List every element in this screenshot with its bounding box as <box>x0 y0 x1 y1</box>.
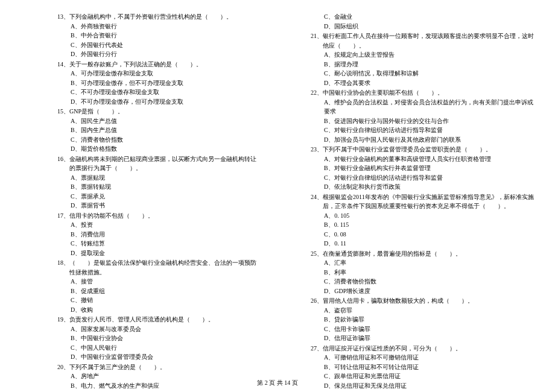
option-b: B、贷款诈骗罪 <box>324 315 537 324</box>
question-15: 15、GNP是指（ ）。 A、国民生产总值 B、国内生产总值 C、消费者物价指数… <box>57 107 259 154</box>
option-b: B、促进国内银行业与国外银行业的交往与合作 <box>324 116 537 126</box>
question-17: 17、信用卡的功能不包括（ ）。 A、投资 B、消费信用 C、转账结算 D、提取… <box>57 211 259 258</box>
option-d: D、不理会其要求 <box>324 78 537 88</box>
option-c: C、外国银行代表处 <box>71 40 259 50</box>
question-14: 14、关于一般存款账户，下列说法正确的是（ ）。 A、可办理现金缴存和现金支取 … <box>57 60 259 107</box>
option-c: C、0. 08 <box>324 230 537 239</box>
option-c: C、撤销 <box>71 296 259 305</box>
page-footer: 第 2 页 共 14 页 <box>0 379 555 387</box>
option-d: D、加强会员与中国人民银行及其他政府部门的联系 <box>324 135 537 145</box>
question-title: 15、GNP是指（ ）。 <box>57 107 259 116</box>
option-b: B、据理办理 <box>324 60 537 69</box>
question-options: A、外商独资银行 B、中外合资银行 C、外国银行代表处 D、外国银行分行 <box>57 22 259 59</box>
option-b: B、国内生产总值 <box>71 125 259 135</box>
option-c: C、转账结算 <box>71 239 259 248</box>
question-options: C、金融业 D、国际组织 <box>311 12 537 31</box>
question-title: 22、中国银行业协会的主要职能不包括（ ）。 <box>311 88 537 98</box>
option-a: A、投资 <box>71 220 259 230</box>
question-options: A、可办理现金缴存和现金支取 B、可办理现金缴存，但不可办理现金支取 C、不可办… <box>57 69 259 106</box>
question-21: 21、银行柜面工作人员在接待一位顾客时，发现该顾客提出的要求明显不合理，这时他应… <box>311 31 537 87</box>
option-c: C、对银行业自律组织的活动进行指导和监督 <box>324 125 537 135</box>
option-d: D、国际组织 <box>324 22 537 31</box>
option-d: D、收购 <box>71 305 259 315</box>
option-c: C、耐心说明情况，取得理解和谅解 <box>324 69 537 78</box>
question-options: A、国民生产总值 B、国内生产总值 C、消费者物价指数 D、期货价格指数 <box>57 116 259 154</box>
option-b: B、利率 <box>324 268 537 277</box>
option-d: D、期货价格指数 <box>71 144 259 154</box>
option-a: A、可撤销信用证和不可撤销信用证 <box>324 353 537 362</box>
option-a: A、可办理现金缴存和现金支取 <box>71 69 259 78</box>
option-c: C、对银行业自律组织的活动进行指导和监督 <box>324 173 537 183</box>
question-title: 23、下列不属于中国银行业监督管理委员会监管职责的是（ ）。 <box>311 145 537 154</box>
option-d: D、外国银行分行 <box>71 49 259 59</box>
option-d: D、票据背书 <box>71 201 259 210</box>
option-c: C、票据承兑 <box>71 192 259 201</box>
option-b: B、促成重组 <box>71 286 259 296</box>
question-title: 27、信用证按开证行保证性质的不同，可分为（ ）。 <box>311 344 537 353</box>
option-a: A、国民生产总值 <box>71 116 259 126</box>
question-options: A、0. 105 B、0. 115 C、0. 08 D、0. 11 <box>311 211 537 248</box>
question-23: 23、下列不属于中国银行业监督管理委员会监管职责的是（ ）。 A、对银行业金融机… <box>311 145 537 192</box>
question-title: 21、银行柜面工作人员在接待一位顾客时，发现该顾客提出的要求明显不合理，这时他应… <box>311 31 537 50</box>
option-c: C、消费者物价指数 <box>324 277 537 286</box>
option-c: C、中国人民银行 <box>71 343 259 353</box>
question-title: 25、在衡量通货膨胀时，最普遍使用的指标是（ ）。 <box>311 249 537 259</box>
option-a: A、对银行业金融机构的董事和高级管理人员实行任职资格管理 <box>324 154 537 164</box>
option-d: D、0. 11 <box>324 239 537 248</box>
question-options: A、国家发展与改革委员会 B、中国银行业协会 C、中国人民银行 D、中国银行业监… <box>57 324 259 362</box>
option-b: B、中国银行业协会 <box>71 334 259 343</box>
question-options: A、票据贴现 B、票据转贴现 C、票据承兑 D、票据背书 <box>57 173 259 210</box>
question-title: 26、冒用他人信用卡，骗取财物数额较大的，构成（ ）。 <box>311 296 537 306</box>
question-20-cont: C、金融业 D、国际组织 <box>311 12 537 31</box>
option-a: A、0. 105 <box>324 211 537 221</box>
option-c: C、不可办理现金缴存和现金支取 <box>71 87 259 97</box>
option-a: A、外商独资银行 <box>71 22 259 31</box>
question-options: A、对银行业金融机构的董事和高级管理人员实行任职资格管理 B、对银行业金融机构实… <box>311 154 537 192</box>
question-title: 20、下列不属于第三产业的是（ ）。 <box>57 362 259 372</box>
question-options: A、维护会员的合法权益，对侵害会员合法权益的行为，向有关部门提出申诉或要求 B、… <box>311 98 537 145</box>
question-13: 13、下列金融机构中，不属于外资银行营业性机构的是（ ）。 A、外商独资银行 B… <box>57 12 259 59</box>
question-title: 18、（ ）是银监会依法保护银行业金融机构经营安全、合法的一项预防性拯救措施。 <box>57 258 259 277</box>
question-title: 24、根据银监会2011年发布的《中国银行业实施新监管标准指导意见》，新标准实施… <box>311 192 537 211</box>
question-options: A、按规定向上级主管报告 B、据理办理 C、耐心说明情况，取得理解和谅解 D、不… <box>311 50 537 87</box>
option-a: A、维护会员的合法权益，对侵害会员合法权益的行为，向有关部门提出申诉或要求 <box>324 98 537 116</box>
question-title: 19、负责发行人民币、管理人民币流通的机构是（ ）。 <box>57 315 259 324</box>
option-b: B、票据转贴现 <box>71 182 259 192</box>
left-column: 13、下列金融机构中，不属于外资银行营业性机构的是（ ）。 A、外商独资银行 B… <box>0 12 278 391</box>
question-19: 19、负责发行人民币、管理人民币流通的机构是（ ）。 A、国家发展与改革委员会 … <box>57 315 259 362</box>
question-title: 17、信用卡的功能不包括（ ）。 <box>57 211 259 221</box>
question-24: 24、根据银监会2011年发布的《中国银行业实施新监管标准指导意见》，新标准实施… <box>311 192 537 248</box>
option-a: A、按规定向上级主管报告 <box>324 50 537 60</box>
option-a: A、国家发展与改革委员会 <box>71 324 259 334</box>
option-b: B、可办理现金缴存，但不可办理现金支取 <box>71 78 259 88</box>
option-a: A、盗窃罪 <box>324 306 537 315</box>
option-b: B、0. 115 <box>324 220 537 230</box>
question-title: 16、金融机构将未到期的已贴现商业票据，以买断方式向另一金融机构转让的票据行为属… <box>57 154 259 173</box>
question-options: A、接管 B、促成重组 C、撤销 D、收购 <box>57 277 259 314</box>
question-16: 16、金融机构将未到期的已贴现商业票据，以买断方式向另一金融机构转让的票据行为属… <box>57 154 259 210</box>
option-b: B、对银行业金融机构实行并表监督管理 <box>324 163 537 173</box>
option-c: C、金融业 <box>324 12 537 22</box>
question-22: 22、中国银行业协会的主要职能不包括（ ）。 A、维护会员的合法权益，对侵害会员… <box>311 88 537 144</box>
question-options: A、汇率 B、利率 C、消费者物价指数 D、GDP增长速度 <box>311 258 537 296</box>
option-d: D、不可办理现金缴存，但可办理现金支取 <box>71 97 259 107</box>
question-title: 13、下列金融机构中，不属于外资银行营业性机构的是（ ）。 <box>57 12 259 22</box>
option-a: A、汇率 <box>324 258 537 268</box>
option-a: A、接管 <box>71 277 259 286</box>
option-b: B、消费信用 <box>71 230 259 239</box>
option-d: D、GDP增长速度 <box>324 286 537 296</box>
option-a: A、票据贴现 <box>71 173 259 183</box>
question-title: 14、关于一般存款账户，下列说法正确的是（ ）。 <box>57 60 259 69</box>
right-column: C、金融业 D、国际组织 21、银行柜面工作人员在接待一位顾客时，发现该顾客提出… <box>278 12 555 391</box>
option-c: C、信用卡诈骗罪 <box>324 324 537 334</box>
option-c: C、消费者物价指数 <box>71 135 259 145</box>
question-options: A、投资 B、消费信用 C、转账结算 D、提取现金 <box>57 220 259 258</box>
option-d: D、信用证诈骗罪 <box>324 334 537 343</box>
question-26: 26、冒用他人信用卡，骗取财物数额较大的，构成（ ）。 A、盗窃罪 B、贷款诈骗… <box>311 296 537 343</box>
option-b: B、可转让信用证和不可转让信用证 <box>324 362 537 372</box>
option-d: D、提取现金 <box>71 248 259 258</box>
option-d: D、依法制定和执行货币政策 <box>324 182 537 192</box>
option-b: B、中外合资银行 <box>71 31 259 40</box>
question-25: 25、在衡量通货膨胀时，最普遍使用的指标是（ ）。 A、汇率 B、利率 C、消费… <box>311 249 537 296</box>
question-options: A、盗窃罪 B、贷款诈骗罪 C、信用卡诈骗罪 D、信用证诈骗罪 <box>311 306 537 343</box>
